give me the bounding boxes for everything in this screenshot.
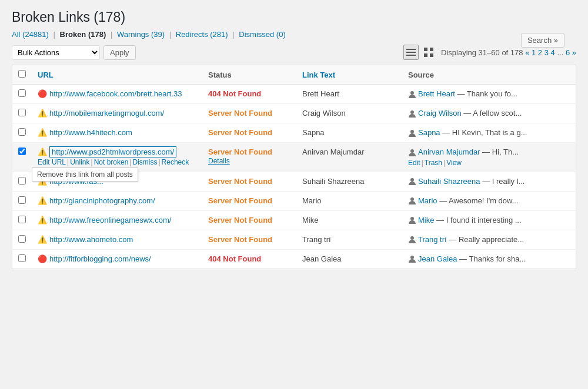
row-actions: Edit URL|Unlink|Not broken|Dismiss|Reche…: [38, 158, 196, 166]
th-source: Source: [402, 65, 576, 85]
user-icon: [408, 110, 416, 118]
source-name-link[interactable]: Mario: [418, 196, 437, 205]
page-2[interactable]: 2: [538, 48, 542, 57]
list-view-icon[interactable]: [403, 45, 419, 60]
svg-rect-3: [424, 48, 427, 51]
link-text: Jean Galea: [296, 249, 402, 269]
svg-rect-4: [430, 48, 433, 51]
row-checkbox[interactable]: [18, 109, 26, 116]
filter-dismissed[interactable]: Dismissed (0): [239, 30, 285, 39]
source-description: — A fellow scot...: [462, 109, 522, 118]
row-checkbox[interactable]: [18, 128, 26, 136]
filter-redirects[interactable]: Redirects (281): [176, 30, 228, 39]
source-description: — HI Kevin, That is a g...: [440, 128, 527, 137]
row-checkbox[interactable]: [18, 254, 26, 262]
details-link[interactable]: Details: [208, 157, 230, 165]
url-link[interactable]: http://www.ahometo.com: [49, 235, 133, 244]
filter-all[interactable]: All (24881): [12, 30, 49, 39]
warning-icon: ⚠️: [38, 128, 47, 137]
row-checkbox[interactable]: [18, 177, 26, 185]
row-checkbox[interactable]: [18, 196, 26, 204]
source-name-link[interactable]: Jean Galea: [418, 254, 457, 263]
url-link[interactable]: http://www.facebook.com/brett.heart.33: [49, 89, 182, 98]
warning-icon: ⚠️: [38, 196, 47, 205]
table-row: ⚠️http://www.psd2htmlwordpress.com/Edit …: [12, 143, 576, 172]
row-checkbox[interactable]: [18, 89, 26, 97]
row-action-edit-url[interactable]: Edit URL: [38, 158, 66, 166]
select-all-checkbox[interactable]: [18, 70, 26, 78]
svg-point-15: [410, 256, 414, 259]
svg-rect-0: [406, 49, 416, 50]
svg-rect-2: [406, 55, 416, 56]
source-description: — Awesome! I'm dow...: [437, 196, 519, 205]
bulk-actions-select[interactable]: Bulk Actions: [12, 45, 100, 60]
table-row: ⚠️http://www.freeonlinegameswx.com/Serve…: [12, 210, 576, 230]
apply-button[interactable]: Apply: [103, 45, 136, 60]
row-action-not-broken[interactable]: Not broken: [94, 158, 129, 166]
status-badge: Server Not Found: [208, 109, 272, 118]
grid-view-icon[interactable]: [421, 45, 436, 60]
svg-point-14: [410, 236, 414, 240]
user-icon: [408, 129, 416, 138]
status-badge: Server Not Found: [208, 128, 272, 137]
table-row: ⚠️http://mobilemarketingmogul.com/Server…: [12, 104, 576, 123]
row-action-unlink[interactable]: Unlink: [70, 158, 89, 166]
user-icon: [408, 90, 416, 99]
url-link[interactable]: http://www.psd2htmlwordpress.com/: [49, 146, 176, 157]
row-action-recheck[interactable]: Recheck: [162, 158, 189, 166]
table-row: ⚠️http://gianciniphotography.com/Server …: [12, 191, 576, 210]
page-3[interactable]: 3: [544, 48, 549, 57]
sort-url-link[interactable]: URL: [38, 71, 54, 79]
broken-links-table: URL Status Link Text Source 🔴http://www.…: [12, 65, 576, 269]
status-badge: Server Not Found: [208, 147, 272, 156]
table-row: ⚠️http://www.ahometo.comServer Not Found…: [12, 230, 576, 249]
source-name-link[interactable]: Anirvan Majumdar: [418, 147, 480, 156]
search-button[interactable]: Search »: [521, 33, 564, 48]
source-name-link[interactable]: Trang trí: [418, 235, 447, 244]
page-next[interactable]: »: [572, 48, 576, 57]
url-link[interactable]: http://www.h4hitech.com: [49, 128, 132, 137]
row-action-dismiss[interactable]: Dismiss: [132, 158, 157, 166]
user-icon: [408, 197, 416, 205]
table-row: ⚠️http://www.h4hitech.comServer Not Foun…: [12, 123, 576, 143]
url-link[interactable]: http://gianciniphotography.com/: [49, 196, 155, 205]
link-text: Brett Heart: [296, 85, 402, 104]
page-1[interactable]: 1: [532, 48, 536, 57]
link-text: Suhaili Shazreena: [296, 172, 402, 191]
tooltip: Remove this link from all posts: [32, 167, 138, 182]
page-6[interactable]: 6: [566, 48, 570, 57]
filter-warnings[interactable]: Warnings (39): [117, 30, 165, 39]
warning-icon: ⚠️: [38, 147, 47, 156]
row-checkbox[interactable]: [18, 216, 26, 223]
th-status: Status: [202, 65, 296, 85]
svg-point-9: [410, 130, 414, 133]
source-name-link[interactable]: Suhaili Shazreena: [418, 177, 480, 186]
page-4[interactable]: 4: [551, 48, 555, 57]
row-checkbox[interactable]: [18, 235, 26, 243]
source-action-view[interactable]: View: [446, 159, 462, 167]
source-action-trash[interactable]: Trash: [425, 159, 442, 167]
table-row: 🔴http://fitforblogging.com/news/404 Not …: [12, 249, 576, 269]
svg-point-7: [410, 91, 414, 95]
source-name-link[interactable]: Mike: [418, 216, 434, 224]
status-badge: 404 Not Found: [208, 254, 261, 263]
page-prev[interactable]: «: [525, 48, 529, 57]
th-url: URL: [32, 65, 202, 85]
error-icon: 🔴: [38, 254, 47, 263]
source-description: — Thank you fo...: [455, 89, 517, 98]
th-checkbox: [12, 65, 32, 85]
link-text: Mike: [296, 210, 402, 230]
source-name-link[interactable]: Craig Wilson: [418, 109, 462, 118]
sort-linktext-link[interactable]: Link Text: [302, 71, 335, 79]
source-description: — I really l...: [480, 177, 525, 186]
source-name-link[interactable]: Sapna: [418, 128, 440, 137]
source-name-link[interactable]: Brett Heart: [418, 89, 455, 98]
user-icon: [408, 255, 416, 263]
url-link[interactable]: http://www.freeonlinegameswx.com/: [49, 216, 171, 224]
row-checkbox[interactable]: [18, 147, 26, 155]
status-badge: Server Not Found: [208, 235, 272, 244]
url-link[interactable]: http://mobilemarketingmogul.com/: [49, 109, 164, 118]
svg-point-13: [410, 217, 414, 220]
url-link[interactable]: http://fitforblogging.com/news/: [49, 254, 151, 263]
source-action-edit[interactable]: Edit: [408, 159, 420, 167]
